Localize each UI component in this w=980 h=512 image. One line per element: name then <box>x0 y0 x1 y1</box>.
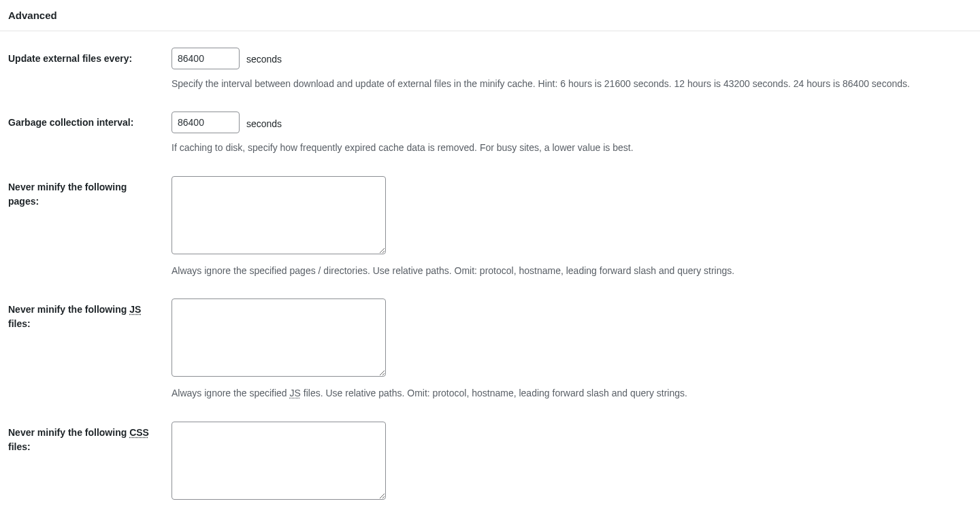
label-never-minify-pages: Never minify the following pages: <box>0 168 163 290</box>
advanced-settings-table: Update external files every: seconds Spe… <box>0 39 980 512</box>
cell-garbage-interval: seconds If caching to disk, specify how … <box>163 103 980 167</box>
section-title: Advanced <box>0 0 980 31</box>
cell-update-external: seconds Specify the interval between dow… <box>163 39 980 103</box>
label-never-minify-js-pre: Never minify the following <box>8 304 129 315</box>
desc-never-minify-js-pre: Always ignore the specified <box>172 388 290 398</box>
row-update-external: Update external files every: seconds Spe… <box>0 39 980 103</box>
row-never-minify-css: Never minify the following CSS files: <box>0 413 980 512</box>
unit-garbage-interval: seconds <box>246 118 282 129</box>
unit-update-external: seconds <box>246 54 282 65</box>
cell-never-minify-pages: Always ignore the specified pages / dire… <box>163 168 980 290</box>
cell-never-minify-css <box>163 413 980 512</box>
abbr-css-icon: CSS <box>129 427 149 438</box>
textarea-never-minify-js[interactable] <box>172 298 386 377</box>
label-garbage-interval: Garbage collection interval: <box>0 103 163 167</box>
desc-never-minify-pages: Always ignore the specified pages / dire… <box>172 263 954 278</box>
input-garbage-interval[interactable] <box>172 112 240 133</box>
cell-never-minify-js: Always ignore the specified JS files. Us… <box>163 290 980 413</box>
label-never-minify-css: Never minify the following CSS files: <box>0 413 163 512</box>
row-never-minify-pages: Never minify the following pages: Always… <box>0 168 980 290</box>
textarea-never-minify-pages[interactable] <box>172 176 386 254</box>
label-update-external: Update external files every: <box>0 39 163 103</box>
textarea-never-minify-css[interactable] <box>172 422 386 500</box>
desc-never-minify-js-post: files. Use relative paths. Omit: protoco… <box>301 388 687 398</box>
label-never-minify-css-post: files: <box>8 441 31 452</box>
abbr-js-icon: JS <box>129 304 141 315</box>
row-never-minify-js: Never minify the following JS files: Alw… <box>0 290 980 413</box>
desc-never-minify-js: Always ignore the specified JS files. Us… <box>172 386 954 400</box>
desc-garbage-interval: If caching to disk, specify how frequent… <box>172 140 954 155</box>
label-never-minify-js: Never minify the following JS files: <box>0 290 163 413</box>
desc-update-external: Specify the interval between download an… <box>172 76 954 91</box>
label-never-minify-js-post: files: <box>8 318 31 329</box>
label-never-minify-css-pre: Never minify the following <box>8 427 129 438</box>
input-update-external[interactable] <box>172 48 240 69</box>
abbr-js-desc-icon: JS <box>290 388 301 398</box>
row-garbage-interval: Garbage collection interval: seconds If … <box>0 103 980 167</box>
